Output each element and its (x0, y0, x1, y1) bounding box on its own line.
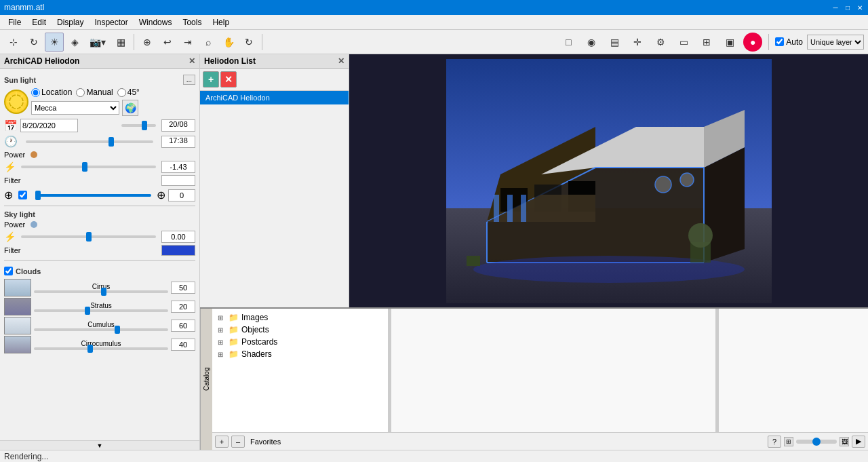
power-slider-track[interactable] (21, 166, 156, 168)
sun-more-button[interactable]: ... (183, 75, 195, 85)
cirrus-row: Cirrus (4, 279, 195, 296)
rotation-checkbox[interactable] (18, 191, 27, 199)
tool-sun[interactable]: ☀ (45, 33, 64, 52)
sky-power-slider-row: ⚡ (4, 231, 195, 243)
power-value-input[interactable] (161, 161, 195, 173)
stratus-thumb (4, 298, 31, 315)
sky-filter-label: Filter (4, 246, 20, 254)
clock-icon[interactable]: 🕐 (4, 135, 18, 148)
info-panel (719, 309, 868, 432)
tree-item-objects[interactable]: ⊞ 📁 Objects (215, 324, 385, 336)
rotation-slider-track[interactable] (35, 194, 151, 197)
zoom-slider[interactable] (796, 440, 837, 444)
app-title: manmm.atl (4, 3, 44, 12)
menu-tools[interactable]: Tools (177, 16, 207, 28)
tool-step[interactable]: ⇥ (178, 33, 197, 52)
tool-cam3[interactable]: ▤ (605, 33, 624, 52)
cirrocumulus-slider[interactable] (34, 347, 168, 350)
sky-power-value-input[interactable] (161, 231, 195, 243)
menu-display[interactable]: Display (52, 16, 89, 28)
catalog-add-button[interactable]: + (215, 436, 229, 448)
degree-radio[interactable] (117, 88, 126, 97)
clouds-checkbox[interactable] (4, 267, 13, 275)
date-input[interactable] (20, 119, 78, 132)
catalog-tab[interactable]: Catalog (200, 309, 212, 450)
postcards-label: Postcards (241, 337, 277, 347)
catalog-view-toggle[interactable]: ⊞ (784, 437, 793, 446)
sky-power-slider-thumb (86, 232, 92, 242)
heliodon-remove-button[interactable]: ✕ (220, 71, 237, 88)
tool-settings[interactable]: ⚙ (651, 33, 670, 52)
location-select[interactable]: Mecca London New York (31, 101, 119, 115)
tree-item-postcards[interactable]: ⊞ 📁 Postcards (215, 336, 385, 348)
catalog-tree: ⊞ 📁 Images ⊞ 📁 Objects ⊞ 📁 Postca (212, 309, 868, 432)
heliodon-add-button[interactable]: + (203, 71, 219, 88)
cirrocumulus-label: Cirrocumulus (34, 340, 168, 347)
sky-filter-color[interactable] (161, 245, 195, 256)
heliodon-list-close[interactable]: ✕ (338, 56, 344, 66)
tool-orbit[interactable]: ↻ (24, 33, 43, 52)
tool-globe[interactable]: ⊕ (138, 33, 157, 52)
catalog-remove-button[interactable]: – (231, 436, 245, 448)
date-slider-track[interactable] (121, 124, 157, 127)
tool-select[interactable]: ⊹ (4, 33, 23, 52)
calendar-icon[interactable]: 📅 (4, 119, 18, 132)
menu-help[interactable]: Help (207, 16, 235, 28)
layer-select[interactable]: Unique layer (807, 35, 864, 50)
location-radio[interactable] (31, 88, 40, 97)
cumulus-controls: Cumulus (34, 321, 168, 331)
menu-inspector[interactable]: Inspector (89, 16, 133, 28)
heliodon-panel-close[interactable]: ✕ (189, 56, 195, 66)
tool-cam5[interactable]: ▭ (674, 33, 693, 52)
menu-edit[interactable]: Edit (26, 16, 52, 28)
globe-map-button[interactable]: 🌍 (122, 100, 138, 116)
cirrus-value[interactable] (171, 282, 195, 294)
tool-cam4[interactable]: ✛ (628, 33, 647, 52)
divider-1 (4, 206, 195, 206)
cirrocumulus-value[interactable] (171, 339, 195, 351)
tool-pan[interactable]: ✋ (219, 33, 238, 52)
minimize-button[interactable]: ─ (831, 3, 840, 12)
power-slider-row: ⚡ (4, 161, 195, 173)
tool-cam1[interactable]: □ (559, 33, 578, 52)
tool-record[interactable]: ● (743, 33, 762, 52)
center-area: Heliodon List ✕ + ✕ ArchiCAD Heliodon (200, 54, 868, 450)
tree-item-images[interactable]: ⊞ 📁 Images (215, 311, 385, 324)
stratus-slider[interactable] (34, 309, 168, 312)
cumulus-slider[interactable] (34, 328, 168, 331)
cumulus-row: Cumulus (4, 317, 195, 334)
close-button[interactable]: ✕ (856, 3, 864, 12)
tool-object[interactable]: ◈ (65, 33, 84, 52)
tree-item-shaders[interactable]: ⊞ 📁 Shaders (215, 348, 385, 360)
catalog-help-button[interactable]: ? (768, 436, 781, 448)
catalog-image-view[interactable]: 🖼 (840, 437, 849, 446)
rotation-value-input[interactable] (168, 189, 195, 201)
tool-cam6[interactable]: ⊞ (697, 33, 716, 52)
tool-cam2[interactable]: ◉ (582, 33, 601, 52)
tool-zoom[interactable]: ⌕ (199, 33, 218, 52)
maximize-button[interactable]: □ (844, 3, 852, 12)
objects-expand-icon: ⊞ (218, 326, 226, 334)
time-slider-track[interactable] (26, 140, 153, 143)
manual-radio[interactable] (76, 88, 85, 97)
preview-panel (391, 309, 716, 432)
catalog-play-button[interactable]: ▶ (852, 436, 865, 448)
cirrus-slider[interactable] (34, 290, 168, 293)
toolbar-right: □ ◉ ▤ ✛ ⚙ ▭ ⊞ ▣ ● Auto Unique layer (559, 33, 864, 52)
menu-windows[interactable]: Windows (134, 16, 178, 28)
sky-power-slider[interactable] (21, 235, 156, 238)
auto-checkbox[interactable] (775, 37, 784, 46)
heliodon-list-item-0[interactable]: ArchiCAD Heliodon (200, 91, 349, 104)
tool-camera-dropdown[interactable]: 📷▾ (85, 33, 110, 52)
bearing-icon-left: ⊕ (4, 189, 13, 201)
stratus-value[interactable] (171, 301, 195, 313)
cumulus-value[interactable] (171, 320, 195, 332)
filter-color-input[interactable] (161, 175, 195, 186)
tool-cam7[interactable]: ▣ (720, 33, 739, 52)
rotation-slider-thumb (35, 191, 41, 200)
tool-undo[interactable]: ↩ (158, 33, 177, 52)
tool-refresh[interactable]: ↻ (239, 33, 258, 52)
tool-render[interactable]: ▦ (111, 33, 130, 52)
menu-file[interactable]: File (3, 16, 26, 28)
panel-scroll-down[interactable]: ▼ (0, 440, 199, 450)
